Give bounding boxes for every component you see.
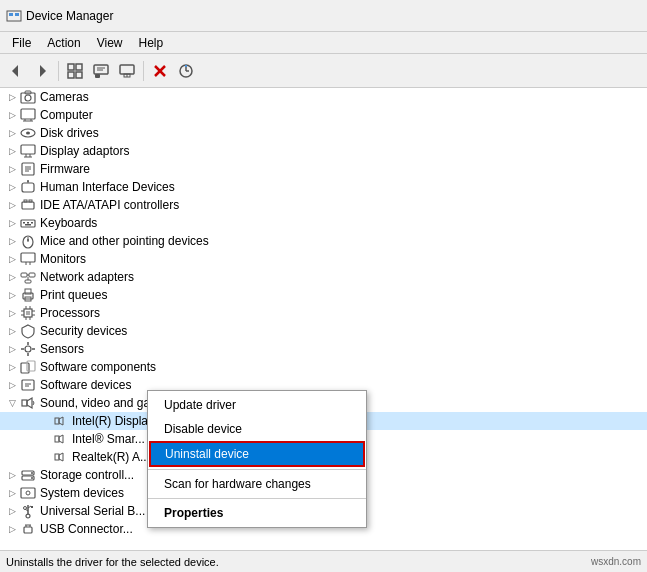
svg-point-97 <box>26 491 30 495</box>
context-menu: Update driver Disable device Uninstall d… <box>147 390 367 528</box>
expander: ▷ <box>4 269 20 285</box>
context-label-properties: Properties <box>164 506 223 520</box>
svg-rect-42 <box>22 202 34 209</box>
svg-point-41 <box>27 180 29 182</box>
tree-label-cameras: Cameras <box>40 90 89 104</box>
svg-marker-85 <box>27 398 32 408</box>
svg-rect-1 <box>9 13 13 16</box>
tree-item-processors[interactable]: ▷ Processors <box>0 304 647 322</box>
view-button[interactable] <box>63 59 87 83</box>
tree-item-disk-drives[interactable]: ▷ Disk drives <box>0 124 647 142</box>
tree-item-keyboards[interactable]: ▷ Keyboards <box>0 214 647 232</box>
svg-point-74 <box>25 346 31 352</box>
svg-rect-86 <box>55 418 59 424</box>
context-item-uninstall-device[interactable]: Uninstall device <box>149 441 365 467</box>
tree-label-storage: Storage controll... <box>40 468 134 482</box>
tree-label-software-devices: Software devices <box>40 378 131 392</box>
expander: ▷ <box>4 359 20 375</box>
context-item-properties[interactable]: Properties <box>148 501 366 525</box>
tree-item-cameras[interactable]: ▷ Cameras <box>0 88 647 106</box>
svg-marker-3 <box>12 65 18 77</box>
expander: ▷ <box>4 143 20 159</box>
printer-icon <box>20 287 36 303</box>
expander: ▷ <box>4 107 20 123</box>
ide-icon <box>20 197 36 213</box>
svg-rect-65 <box>26 311 30 315</box>
svg-rect-88 <box>55 436 59 442</box>
app-icon <box>6 8 22 24</box>
svg-point-95 <box>31 477 33 479</box>
tree-label-security: Security devices <box>40 324 127 338</box>
svg-point-30 <box>26 132 30 135</box>
context-item-update-driver[interactable]: Update driver <box>148 393 366 417</box>
tree-item-monitors[interactable]: ▷ Monitors <box>0 250 647 268</box>
tree-item-human-interface[interactable]: ▷ Human Interface Devices <box>0 178 647 196</box>
audio-device-2-icon <box>52 431 68 447</box>
svg-rect-48 <box>31 222 33 224</box>
tree-item-software-components[interactable]: ▷ Software components <box>0 358 647 376</box>
svg-rect-46 <box>23 222 25 224</box>
svg-rect-43 <box>24 200 27 202</box>
tree-label-print: Print queues <box>40 288 107 302</box>
tree-label-realtek: Realtek(R) A... <box>72 450 150 464</box>
storage-icon <box>20 467 36 483</box>
svg-point-94 <box>31 472 33 474</box>
tree-label-ide-ata: IDE ATA/ATAPI controllers <box>40 198 179 212</box>
expander: ▷ <box>4 125 20 141</box>
scan-button[interactable] <box>174 59 198 83</box>
usb-icon <box>20 503 36 519</box>
tree-item-security[interactable]: ▷ Security devices <box>0 322 647 340</box>
menu-file[interactable]: File <box>4 35 39 51</box>
tree-item-network[interactable]: ▷ Network adapters <box>0 268 647 286</box>
svg-rect-49 <box>25 224 31 226</box>
svg-rect-84 <box>22 400 27 406</box>
expander: ▷ <box>4 377 20 393</box>
expander: ▷ <box>4 341 20 357</box>
tree-item-firmware[interactable]: ▷ Firmware <box>0 160 647 178</box>
uninstall-button[interactable] <box>148 59 172 83</box>
tree-label-keyboards: Keyboards <box>40 216 97 230</box>
svg-rect-81 <box>22 380 34 390</box>
expander: ▷ <box>4 467 20 483</box>
display-icon <box>20 143 36 159</box>
svg-rect-7 <box>68 72 74 78</box>
menu-action[interactable]: Action <box>39 35 88 51</box>
svg-marker-91 <box>59 453 63 461</box>
properties-button[interactable] <box>89 59 113 83</box>
forward-button[interactable] <box>30 59 54 83</box>
status-text: Uninstalls the driver for the selected d… <box>6 556 219 568</box>
tree-item-sensors[interactable]: ▷ Sensors <box>0 340 647 358</box>
back-button[interactable] <box>4 59 28 83</box>
svg-point-103 <box>26 514 30 518</box>
tree-label-intel-smart: Intel® Smar... <box>72 432 145 446</box>
svg-point-52 <box>27 239 29 241</box>
tree-item-print[interactable]: ▷ Print queues <box>0 286 647 304</box>
context-label-scan-hardware: Scan for hardware changes <box>164 477 311 491</box>
svg-rect-100 <box>31 506 33 508</box>
tree-label-computer: Computer <box>40 108 93 122</box>
tree-label-sensors: Sensors <box>40 342 84 356</box>
context-item-scan-hardware[interactable]: Scan for hardware changes <box>148 472 366 496</box>
context-item-disable-device[interactable]: Disable device <box>148 417 366 441</box>
svg-rect-44 <box>29 200 32 202</box>
hid-icon <box>20 179 36 195</box>
tree-item-ide-ata[interactable]: ▷ IDE ATA/ATAPI controllers <box>0 196 647 214</box>
svg-rect-2 <box>15 13 19 16</box>
system-icon <box>20 485 36 501</box>
menu-help[interactable]: Help <box>131 35 172 51</box>
tree-label-universal-serial: Universal Serial B... <box>40 504 145 518</box>
context-separator-1 <box>148 469 366 470</box>
tree-label-human-interface: Human Interface Devices <box>40 180 175 194</box>
svg-rect-8 <box>76 72 82 78</box>
tree-item-display-adaptors[interactable]: ▷ Display adaptors <box>0 142 647 160</box>
menu-view[interactable]: View <box>89 35 131 51</box>
expander: ▽ <box>4 395 20 411</box>
tree-item-computer[interactable]: ▷ Computer <box>0 106 647 124</box>
tree-label-firmware: Firmware <box>40 162 90 176</box>
tree-item-mice[interactable]: ▷ Mice and other pointing devices <box>0 232 647 250</box>
network-button[interactable] <box>115 59 139 83</box>
svg-rect-104 <box>24 527 32 533</box>
tree-label-display-adaptors: Display adaptors <box>40 144 129 158</box>
firmware-icon <box>20 161 36 177</box>
svg-rect-6 <box>76 64 82 70</box>
